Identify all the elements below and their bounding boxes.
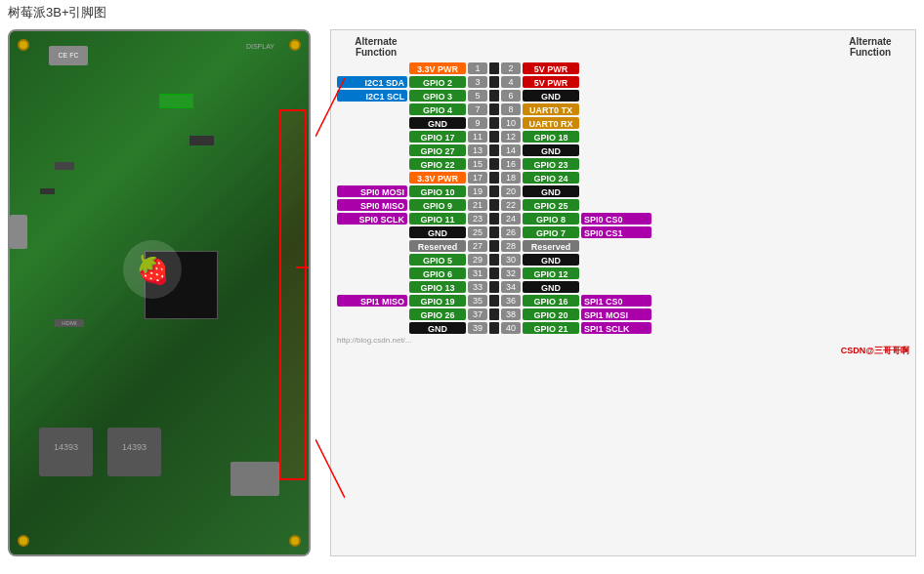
left-pin-number: 25 <box>468 226 487 238</box>
right-gpio-label: UART0 RX <box>523 117 579 129</box>
right-alt-func <box>581 90 651 102</box>
connector-pin <box>489 240 499 252</box>
right-gpio-label: GND <box>523 281 579 293</box>
right-pin-number: 12 <box>501 131 521 143</box>
right-pin-number: 14 <box>501 144 521 156</box>
right-alt-func: SPI1 SCLK <box>581 322 651 334</box>
right-alt-func: SPI0 CS0 <box>581 213 651 225</box>
left-alt-func: SPI0 MISO <box>337 199 407 211</box>
right-alt-func <box>581 144 651 156</box>
left-alt-func <box>337 308 407 320</box>
table-row: SPI0 SCLKGPIO 112324GPIO 8SPI0 CS0 <box>337 212 909 225</box>
left-alt-func <box>337 158 407 170</box>
left-pin-number: 5 <box>468 90 487 102</box>
connector-pin <box>489 172 499 184</box>
left-pin-number: 21 <box>468 199 487 211</box>
left-pin-number: 35 <box>468 295 487 307</box>
left-gpio-label: GPIO 27 <box>409 144 466 156</box>
right-gpio-label: GPIO 12 <box>523 267 579 279</box>
table-row: GND2526GPIO 7SPI0 CS1 <box>337 226 909 238</box>
left-gpio-label: GND <box>409 117 466 129</box>
left-pin-number: 7 <box>468 103 487 115</box>
right-alt-func <box>581 131 651 143</box>
right-alt-func: SPI1 CS0 <box>581 295 651 307</box>
table-row: 3.3V PWR125V PWR <box>337 62 909 74</box>
table-row: GPIO 271314GND <box>337 144 909 156</box>
left-pin-number: 3 <box>468 76 487 88</box>
left-alt-func: I2C1 SDA <box>337 76 407 88</box>
right-pin-number: 28 <box>501 240 521 252</box>
left-alt-func: I2C1 SCL <box>337 90 407 102</box>
left-alt-func <box>337 131 407 143</box>
csdn-label: CSDN@三哥哥啊 <box>337 345 909 357</box>
left-pin-number: 19 <box>468 185 487 197</box>
right-pin-number: 18 <box>501 172 521 184</box>
connector-pin <box>489 295 499 307</box>
table-row: Reserved2728Reserved <box>337 239 909 252</box>
table-row: GPIO 263738GPIO 20SPI1 MOSI <box>337 308 909 320</box>
connector-pin <box>489 254 499 266</box>
alt-func-right-header: AlternateFunction <box>831 36 909 58</box>
table-row: 3.3V PWR1718GPIO 24 <box>337 171 909 184</box>
page-title: 树莓派3B+引脚图 <box>0 0 924 25</box>
left-gpio-label: 3.3V PWR <box>409 172 466 184</box>
left-alt-func: SPI1 MISO <box>337 295 407 307</box>
table-row: GPIO 221516GPIO 23 <box>337 157 909 170</box>
table-row: SPI0 MOSIGPIO 101920GND <box>337 184 909 197</box>
table-row: GPIO 478UART0 TX <box>337 102 909 115</box>
left-alt-func <box>337 254 407 266</box>
right-alt-func <box>581 62 651 74</box>
table-row: I2C1 SDAGPIO 2345V PWR <box>337 75 909 88</box>
left-alt-func <box>337 322 407 334</box>
table-row: GND3940GPIO 21SPI1 SCLK <box>337 321 909 334</box>
table-row: SPI0 MISOGPIO 92122GPIO 25 <box>337 198 909 211</box>
left-pin-number: 1 <box>468 62 487 74</box>
left-pin-number: 33 <box>468 281 487 293</box>
left-pin-number: 23 <box>468 213 487 225</box>
left-pin-number: 15 <box>468 158 487 170</box>
connector-pin <box>489 90 499 102</box>
table-row: GPIO 63132GPIO 12 <box>337 266 909 279</box>
right-pin-number: 36 <box>501 295 521 307</box>
right-pin-number: 4 <box>501 76 521 88</box>
connector-pin <box>489 158 499 170</box>
left-gpio-label: GPIO 13 <box>409 281 466 293</box>
right-gpio-label: GND <box>523 185 579 197</box>
right-gpio-label: UART0 TX <box>523 103 579 115</box>
left-gpio-label: GPIO 6 <box>409 267 466 279</box>
connector-pin <box>489 76 499 88</box>
table-row: GPIO 133334GND <box>337 280 909 293</box>
right-gpio-label: GPIO 21 <box>523 322 579 334</box>
pinout-diagram: AlternateFunction AlternateFunction 3.3V… <box>330 29 916 556</box>
connector-pin <box>489 103 499 115</box>
right-gpio-label: GPIO 23 <box>523 158 579 170</box>
left-pin-number: 11 <box>468 131 487 143</box>
left-alt-func <box>337 117 407 129</box>
connector-pin <box>489 322 499 334</box>
right-alt-func <box>581 158 651 170</box>
left-alt-func <box>337 267 407 279</box>
right-pin-number: 16 <box>501 158 521 170</box>
left-pin-number: 13 <box>468 144 487 156</box>
right-alt-func <box>581 267 651 279</box>
right-gpio-label: GPIO 8 <box>523 213 579 225</box>
left-gpio-label: GPIO 4 <box>409 103 466 115</box>
right-alt-func <box>581 117 651 129</box>
right-pin-number: 8 <box>501 103 521 115</box>
left-alt-func <box>337 226 407 238</box>
right-gpio-label: GPIO 18 <box>523 131 579 143</box>
connector-pin <box>489 308 499 320</box>
connector-pin <box>489 131 499 143</box>
right-pin-number: 38 <box>501 308 521 320</box>
right-gpio-label: Reserved <box>523 240 579 252</box>
left-gpio-label: GPIO 10 <box>409 185 466 197</box>
right-gpio-label: 5V PWR <box>523 76 579 88</box>
left-alt-func <box>337 103 407 115</box>
connector-pin <box>489 226 499 238</box>
connector-pin <box>489 199 499 211</box>
right-pin-number: 2 <box>501 62 521 74</box>
table-row: SPI1 MISOGPIO 193536GPIO 16SPI1 CS0 <box>337 294 909 307</box>
left-pin-number: 27 <box>468 240 487 252</box>
left-gpio-label: Reserved <box>409 240 466 252</box>
connector-pin <box>489 213 499 225</box>
